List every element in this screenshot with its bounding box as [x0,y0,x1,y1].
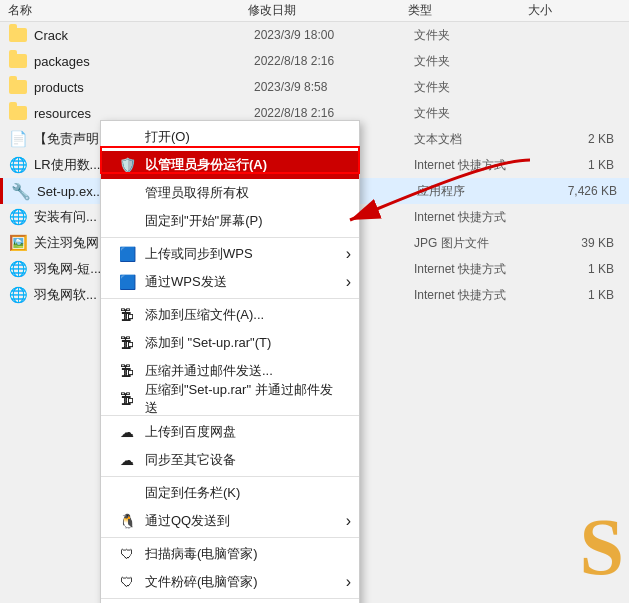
menu-item-pin-start[interactable]: 固定到"开始"屏幕(P) [101,207,359,235]
file-type-icon [8,51,28,71]
watermark-s: S [580,502,625,593]
file-kind: Internet 快捷方式 [414,157,534,174]
file-kind: JPG 图片文件 [414,235,534,252]
header-size: 大小 [528,2,608,19]
menu-icon: 🐧 [117,511,137,531]
file-type-icon: 📄 [8,129,28,149]
file-name: packages [34,54,254,69]
menu-separator [101,237,359,238]
menu-item-upload-wps[interactable]: 🟦上传或同步到WPS [101,240,359,268]
menu-item-label: 扫描病毒(电脑管家) [145,545,258,563]
menu-item-label: 上传或同步到WPS [145,245,253,263]
file-kind: 应用程序 [417,183,537,200]
file-kind: Internet 快捷方式 [414,261,534,278]
file-kind: 文件夹 [414,53,534,70]
menu-item-label: 通过QQ发送到 [145,512,230,530]
file-name: Crack [34,28,254,43]
menu-separator [101,298,359,299]
menu-item-label: 压缩到"Set-up.rar" 并通过邮件发送 [145,381,343,417]
file-name: resources [34,106,254,121]
file-size: 39 KB [534,236,614,250]
file-name: products [34,80,254,95]
file-size: 1 KB [534,288,614,302]
file-type-icon: 🌐 [8,259,28,279]
menu-icon: 🛡 [117,572,137,592]
menu-item-label: 通过WPS发送 [145,273,227,291]
file-row[interactable]: packages 2022/8/18 2:16 文件夹 [0,48,629,74]
menu-item-label: 压缩并通过邮件发送... [145,362,273,380]
menu-item-take-ownership[interactable]: 管理员取得所有权 [101,179,359,207]
menu-icon-empty [117,127,137,147]
menu-item-label: 以管理员身份运行(A) [145,156,267,174]
menu-item-sync-other[interactable]: ☁同步至其它设备 [101,446,359,474]
menu-item-label: 添加到 "Set-up.rar"(T) [145,334,271,352]
file-date: 2023/3/9 18:00 [254,28,414,42]
file-size: 7,426 KB [537,184,617,198]
menu-icon-empty [117,211,137,231]
menu-icon: 🗜 [117,333,137,353]
menu-item-run-as-admin[interactable]: 🛡️以管理员身份运行(A) [101,151,359,179]
menu-item-label: 上传到百度网盘 [145,423,236,441]
file-type-icon [8,77,28,97]
file-type-icon: 🌐 [8,155,28,175]
menu-icon: ☁ [117,422,137,442]
file-kind: 文本文档 [414,131,534,148]
menu-item-label: 同步至其它设备 [145,451,236,469]
menu-icon: 🗜 [117,389,137,409]
menu-icon: 🟦 [117,244,137,264]
file-type-icon [8,103,28,123]
file-type-icon: 🖼️ [8,233,28,253]
file-date: 2022/8/18 2:16 [254,106,414,120]
menu-item-open[interactable]: 打开(O) [101,123,359,151]
file-size: 1 KB [534,158,614,172]
file-date: 2023/3/9 8:58 [254,80,414,94]
menu-icon: 🗜 [117,305,137,325]
file-kind: Internet 快捷方式 [414,287,534,304]
file-kind: 文件夹 [414,27,534,44]
menu-item-send-wps[interactable]: 🟦通过WPS发送 [101,268,359,296]
menu-item-label: 管理员取得所有权 [145,184,249,202]
menu-item-file-shredder[interactable]: 🛡文件粉碎(电脑管家) [101,568,359,596]
file-size: 1 KB [534,262,614,276]
menu-separator [101,598,359,599]
file-date: 2022/8/18 2:16 [254,54,414,68]
menu-item-send-qq[interactable]: 🐧通过QQ发送到 [101,507,359,535]
menu-icon-empty [117,183,137,203]
file-kind: 文件夹 [414,79,534,96]
menu-separator [101,476,359,477]
header-type: 类型 [408,2,528,19]
menu-icon: 🛡️ [117,155,137,175]
file-type-icon: 🌐 [8,207,28,227]
menu-item-zip-setup-email[interactable]: 🗜压缩到"Set-up.rar" 并通过邮件发送 [101,385,359,413]
menu-icon: ☁ [117,450,137,470]
menu-item-label: 固定到任务栏(K) [145,484,240,502]
menu-item-add-setup-rar[interactable]: 🗜添加到 "Set-up.rar"(T) [101,329,359,357]
menu-item-label: 打开(O) [145,128,190,146]
file-type-icon: 🔧 [11,181,31,201]
menu-item-pin-taskbar[interactable]: 固定到任务栏(K) [101,479,359,507]
menu-icon: 🗜 [117,361,137,381]
file-type-icon: 🌐 [8,285,28,305]
file-kind: 文件夹 [414,105,534,122]
file-size: 2 KB [534,132,614,146]
menu-item-label: 文件粉碎(电脑管家) [145,573,258,591]
context-menu: 打开(O)🛡️以管理员身份运行(A)管理员取得所有权固定到"开始"屏幕(P)🟦上… [100,120,360,603]
menu-separator [101,537,359,538]
file-type-icon [8,25,28,45]
menu-icon: 🟦 [117,272,137,292]
menu-icon: 🛡 [117,544,137,564]
header-name: 名称 [8,2,248,19]
menu-item-label: 固定到"开始"屏幕(P) [145,212,263,230]
file-row[interactable]: products 2023/3/9 8:58 文件夹 [0,74,629,100]
menu-item-scan-virus[interactable]: 🛡扫描病毒(电脑管家) [101,540,359,568]
menu-item-add-zip[interactable]: 🗜添加到压缩文件(A)... [101,301,359,329]
file-row[interactable]: Crack 2023/3/9 18:00 文件夹 [0,22,629,48]
column-headers: 名称 修改日期 类型 大小 [0,0,629,22]
menu-item-upload-baidu[interactable]: ☁上传到百度网盘 [101,418,359,446]
menu-icon-empty [117,483,137,503]
menu-item-label: 添加到压缩文件(A)... [145,306,264,324]
header-date: 修改日期 [248,2,408,19]
file-kind: Internet 快捷方式 [414,209,534,226]
